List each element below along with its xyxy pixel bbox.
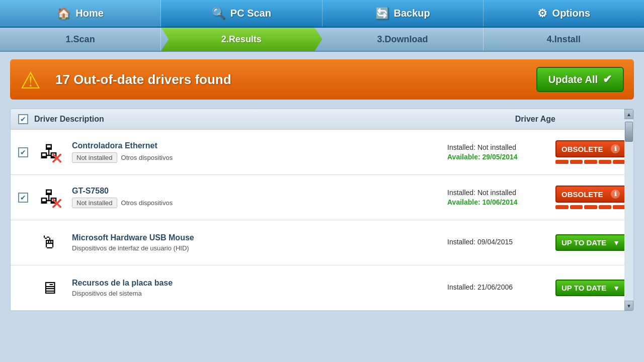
- bar2: [570, 205, 583, 209]
- installed-gt: Installed: Not installed: [447, 189, 548, 197]
- warning-icon: [20, 67, 48, 92]
- checkmark-icon: ✔: [603, 73, 612, 86]
- status-obsolete-gt[interactable]: OBSOLETE ℹ: [555, 186, 626, 203]
- nav-backup-label: Backup: [394, 8, 430, 19]
- table-row: ✔ 🖧 ❌ Controladora Ethernet Not installe…: [11, 130, 633, 175]
- step-results[interactable]: 2.Results: [161, 28, 322, 51]
- bar3: [584, 160, 597, 164]
- bar1: [555, 160, 569, 164]
- info-icon-gt: ℹ: [611, 190, 620, 199]
- header-description: Driver Description: [34, 115, 515, 124]
- installed-ethernet: Installed: Not installed: [447, 143, 548, 151]
- driver-status-mb: UP TO DATE ▼: [555, 280, 626, 296]
- available-gt: Available: 10/06/2014: [447, 198, 548, 206]
- alert-left: 17 Out-of-date drivers found: [20, 67, 231, 92]
- tag-not-installed-gt: Not installed: [72, 198, 117, 208]
- status-uptodate-mb[interactable]: UP TO DATE ▼: [555, 280, 626, 296]
- row-checkbox-gt[interactable]: ✔: [18, 193, 28, 203]
- driver-status-gt: OBSOLETE ℹ: [555, 186, 626, 209]
- steps-bar: 1.Scan 2.Results 3.Download 4.Install: [0, 28, 644, 52]
- update-all-button[interactable]: Update All ✔: [536, 67, 624, 92]
- driver-info-usb: Microsoft Hardware USB Mouse Dispositivo…: [72, 233, 447, 252]
- tag-category-mb: Dispositivos del sistema: [72, 290, 142, 297]
- step-download[interactable]: 3.Download: [323, 28, 484, 51]
- info-icon-ethernet: ℹ: [611, 144, 620, 153]
- table-row: 🖥 Recursos de la placa base Dispositivos…: [11, 265, 633, 311]
- driver-name-ethernet: Controladora Ethernet: [72, 141, 447, 150]
- available-ethernet: Available: 29/05/2014: [447, 153, 548, 161]
- driver-icon-area-gt: 🖧 ❌: [34, 187, 64, 208]
- table-header: ✔ Driver Description Driver Age: [11, 109, 633, 130]
- scroll-up-button[interactable]: ▲: [624, 109, 633, 119]
- driver-icon-area-ethernet: 🖧 ❌: [34, 141, 64, 163]
- driver-info-gt: GT-S7580 Not installed Otros dispositivo…: [72, 187, 447, 208]
- row-checkbox-ethernet[interactable]: ✔: [18, 147, 28, 157]
- scroll-track: [624, 119, 633, 301]
- driver-tags-mb: Dispositivos del sistema: [72, 290, 447, 297]
- bar4: [599, 160, 612, 164]
- main-content: 17 Out-of-date drivers found Update All …: [0, 52, 644, 319]
- scrollbar: ▲ ▼: [624, 109, 633, 311]
- scroll-down-button[interactable]: ▼: [624, 301, 633, 311]
- backup-icon: 🔄: [375, 7, 389, 20]
- top-navigation: 🏠 Home 🔍 PC Scan 🔄 Backup ⚙ Options: [0, 0, 644, 28]
- driver-info-ethernet: Controladora Ethernet Not installed Otro…: [72, 141, 447, 163]
- obsolete-bars-ethernet: [555, 160, 626, 164]
- status-obsolete-ethernet[interactable]: OBSOLETE ℹ: [555, 140, 626, 157]
- tag-category-ethernet: Otros dispositivos: [121, 154, 173, 161]
- select-all-checkbox[interactable]: ✔: [18, 114, 28, 124]
- chevron-down-icon-usb: ▼: [613, 239, 620, 247]
- options-icon: ⚙: [537, 7, 547, 20]
- bar4: [599, 205, 612, 209]
- driver-status-usb: UP TO DATE ▼: [555, 234, 626, 251]
- table-row: 🖱 Microsoft Hardware USB Mouse Dispositi…: [11, 220, 633, 265]
- driver-name-usb: Microsoft Hardware USB Mouse: [72, 233, 447, 242]
- error-dot-ethernet: ❌: [52, 153, 62, 163]
- usb-icon: 🖱: [41, 233, 58, 252]
- home-icon: 🏠: [57, 7, 70, 20]
- installed-usb: Installed: 09/04/2015: [447, 238, 548, 246]
- driver-table: ✔ Driver Description Driver Age ✔ 🖧 ❌ Co…: [10, 109, 634, 311]
- error-dot-gt: ❌: [52, 199, 62, 208]
- step-install[interactable]: 4.Install: [484, 28, 644, 51]
- nav-home[interactable]: 🏠 Home: [0, 0, 161, 27]
- installed-mb: Installed: 21/06/2006: [447, 283, 548, 291]
- driver-name-mb: Recursos de la placa base: [72, 279, 447, 288]
- status-uptodate-usb[interactable]: UP TO DATE ▼: [555, 234, 626, 251]
- table-row: ✔ 🖧 ❌ GT-S7580 Not installed Otros dispo…: [11, 175, 633, 220]
- nav-pc-scan[interactable]: 🔍 PC Scan: [161, 0, 322, 27]
- tag-not-installed-ethernet: Not installed: [72, 152, 117, 163]
- driver-name-gt: GT-S7580: [72, 187, 447, 196]
- driver-tags-gt: Not installed Otros dispositivos: [72, 198, 447, 208]
- driver-dates-mb: Installed: 21/06/2006: [447, 283, 548, 293]
- header-age: Driver Age: [515, 115, 555, 124]
- obsolete-bars-gt: [555, 205, 626, 209]
- nav-home-label: Home: [75, 8, 104, 19]
- nav-options[interactable]: ⚙ Options: [484, 0, 644, 27]
- nav-options-label: Options: [552, 8, 591, 19]
- alert-banner: 17 Out-of-date drivers found Update All …: [10, 59, 634, 100]
- scroll-thumb[interactable]: [625, 122, 633, 142]
- bar3: [584, 205, 597, 209]
- driver-dates-usb: Installed: 09/04/2015: [447, 238, 548, 247]
- step-scan[interactable]: 1.Scan: [0, 28, 161, 51]
- driver-tags-ethernet: Not installed Otros dispositivos: [72, 152, 447, 163]
- bar1: [555, 205, 569, 209]
- bar2: [570, 160, 583, 164]
- tag-category-gt: Otros dispositivos: [121, 199, 173, 207]
- nav-pcscan-label: PC Scan: [230, 8, 271, 19]
- scan-icon: 🔍: [212, 7, 225, 20]
- chevron-down-icon-mb: ▼: [613, 284, 620, 292]
- nav-backup[interactable]: 🔄 Backup: [323, 0, 484, 27]
- driver-status-ethernet: OBSOLETE ℹ: [555, 140, 626, 164]
- motherboard-icon: 🖥: [41, 278, 58, 298]
- driver-dates-ethernet: Installed: Not installed Available: 29/0…: [447, 143, 548, 161]
- driver-icon-area-mb: 🖥: [34, 278, 64, 298]
- driver-tags-usb: Dispositivos de interfaz de usuario (HID…: [72, 244, 447, 252]
- driver-info-mb: Recursos de la placa base Dispositivos d…: [72, 279, 447, 297]
- update-all-label: Update All: [548, 74, 598, 85]
- tag-category-usb: Dispositivos de interfaz de usuario (HID…: [72, 244, 189, 252]
- alert-message: 17 Out-of-date drivers found: [55, 72, 231, 87]
- driver-dates-gt: Installed: Not installed Available: 10/0…: [447, 189, 548, 206]
- driver-icon-area-usb: 🖱: [34, 233, 64, 252]
